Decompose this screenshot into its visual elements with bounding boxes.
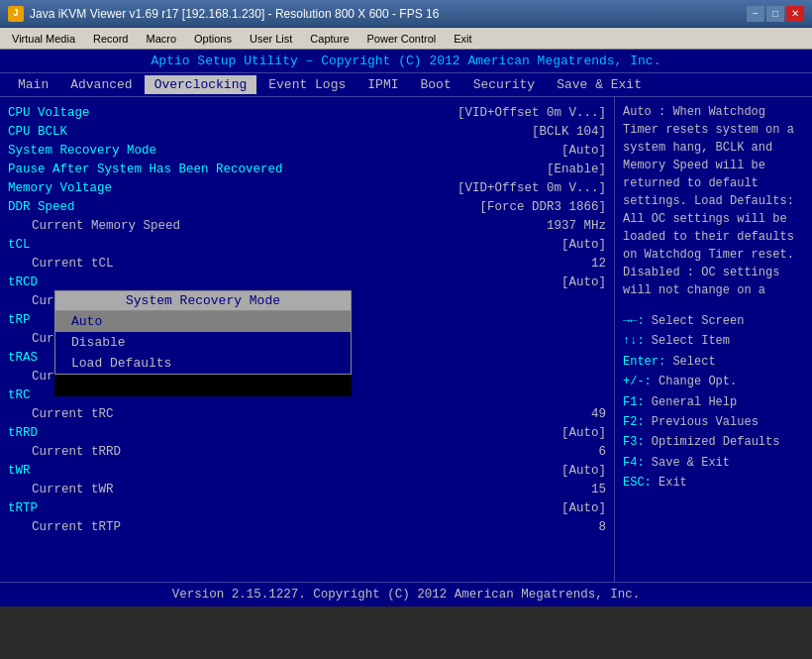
bios-label-1: CPU BCLK — [8, 125, 67, 139]
bios-value-16: 49 — [591, 407, 606, 421]
menu-item-power-control[interactable]: Power Control — [359, 31, 445, 47]
bios-label-5: DDR Speed — [8, 200, 75, 214]
bios-nav: MainAdvancedOverclockingEvent LogsIPMIBo… — [0, 72, 812, 96]
menu-item-capture[interactable]: Capture — [302, 31, 356, 47]
title-bar: J Java iKVM Viewer v1.69 r17 [192.168.1.… — [0, 0, 812, 28]
shortcut-0: →←: Select Screen — [623, 311, 804, 331]
bios-tab-main[interactable]: Main — [8, 75, 58, 94]
bios-label-9: tRCD — [8, 275, 38, 289]
bios-value-2: [Auto] — [561, 144, 606, 158]
bios-value-9: [Auto] — [561, 275, 606, 289]
bios-value-20: 15 — [591, 483, 606, 496]
bios-row-22: Current tRTP8 — [8, 517, 606, 536]
menu-item-record[interactable]: Record — [85, 31, 136, 47]
shortcut-5: F2: Previous Values — [623, 412, 804, 432]
shortcut-3: +/-: Change Opt. — [623, 372, 804, 391]
bios-row-7: tCL[Auto] — [8, 235, 606, 254]
shortcut-8: ESC: Exit — [623, 473, 804, 493]
bios-main: CPU Voltage[VID+Offset 0m V...]CPU BCLK[… — [0, 96, 812, 582]
dropdown-overlay: System Recovery ModeAutoDisableLoad Defa… — [54, 290, 352, 396]
dropdown-item-disable[interactable]: Disable — [55, 332, 351, 353]
close-button[interactable]: ✕ — [786, 6, 804, 22]
bios-value-8: 12 — [591, 257, 606, 271]
bios-row-18: Current tRRD6 — [8, 442, 606, 461]
bios-label-13: tRAS — [8, 351, 38, 365]
bios-tab-boot[interactable]: Boot — [411, 75, 461, 94]
bios-label-3: Pause After System Has Been Recovered — [8, 163, 283, 176]
bios-label-6: Current Memory Speed — [8, 219, 180, 233]
bios-tab-event-logs[interactable]: Event Logs — [258, 75, 355, 94]
shortcut-4: F1: General Help — [623, 392, 804, 412]
bios-value-4: [VID+Offset 0m V...] — [457, 181, 606, 195]
bios-tab-ipmi[interactable]: IPMI — [357, 75, 408, 94]
bios-label-21: tRTP — [8, 501, 38, 515]
bios-row-1: CPU BCLK[BCLK 104] — [8, 122, 606, 141]
bios-value-18: 6 — [598, 445, 606, 459]
menu-item-options[interactable]: Options — [186, 31, 240, 47]
bios-row-6: Current Memory Speed1937 MHz — [8, 216, 606, 235]
help-text: Auto : When Watchdog Timer resets system… — [623, 103, 804, 299]
bios-label-19: tWR — [8, 464, 31, 478]
bios-label-16: Current tRC — [8, 407, 114, 421]
shortcut-7: F4: Save & Exit — [623, 453, 804, 473]
maximize-button[interactable]: □ — [766, 6, 784, 22]
dropdown-title: System Recovery Mode — [54, 290, 352, 311]
bios-label-18: Current tRRD — [8, 445, 121, 459]
dropdown-item-load-defaults[interactable]: Load Defaults — [55, 353, 351, 374]
minimize-button[interactable]: − — [747, 6, 764, 22]
bios-label-17: tRRD — [8, 426, 38, 440]
bios-tab-overclocking[interactable]: Overclocking — [145, 75, 257, 94]
bios-row-16: Current tRC49 — [8, 404, 606, 423]
bios-row-2: System Recovery Mode[Auto] — [8, 141, 606, 160]
menu-item-macro[interactable]: Macro — [138, 31, 184, 47]
bios-row-4: Memory Voltage[VID+Offset 0m V...] — [8, 178, 606, 197]
bios-tab-advanced[interactable]: Advanced — [60, 75, 142, 94]
bios-row-19: tWR[Auto] — [8, 461, 606, 480]
bios-header-title: Aptio Setup Utility – Copyright (C) 2012… — [152, 54, 661, 68]
bios-value-1: [BCLK 104] — [532, 125, 606, 139]
bios-value-7: [Auto] — [561, 238, 606, 252]
bios-row-0: CPU Voltage[VID+Offset 0m V...] — [8, 103, 606, 122]
menu-item-exit[interactable]: Exit — [446, 31, 479, 47]
bios-label-22: Current tRTP — [8, 520, 121, 534]
title-text: Java iKVM Viewer v1.69 r17 [192.168.1.23… — [30, 7, 439, 21]
title-bar-left: J Java iKVM Viewer v1.69 r17 [192.168.1.… — [8, 6, 439, 22]
dropdown-item-auto[interactable]: Auto — [55, 311, 351, 332]
bios-value-0: [VID+Offset 0m V...] — [457, 106, 606, 120]
bios-row-8: Current tCL12 — [8, 254, 606, 273]
bios-value-6: 1937 MHz — [547, 219, 606, 233]
bios-value-22: 8 — [598, 520, 606, 534]
status-bar: Version 2.15.1227. Copyright (C) 2012 Am… — [0, 582, 812, 606]
shortcut-6: F3: Optimized Defaults — [623, 432, 804, 452]
bios-label-4: Memory Voltage — [8, 181, 112, 195]
bios-label-15: tRC — [8, 388, 31, 402]
bios-row-9: tRCD[Auto] — [8, 273, 606, 291]
bios-tab-security[interactable]: Security — [463, 75, 545, 94]
bios-label-2: System Recovery Mode — [8, 144, 156, 158]
left-panel: CPU Voltage[VID+Offset 0m V...]CPU BCLK[… — [0, 97, 614, 582]
window-controls: − □ ✕ — [747, 6, 804, 22]
shortcut-2: Enter: Select — [623, 352, 804, 372]
bios-label-20: Current tWR — [8, 483, 114, 496]
bios-value-21: [Auto] — [561, 501, 606, 515]
menu-item-virtual-media[interactable]: Virtual Media — [4, 31, 83, 47]
bios-row-21: tRTP[Auto] — [8, 498, 606, 517]
bios-tab-save-and-exit[interactable]: Save & Exit — [547, 75, 652, 94]
bios-header: Aptio Setup Utility – Copyright (C) 2012… — [0, 50, 812, 72]
app-icon: J — [8, 6, 24, 22]
bios-value-3: [Enable] — [547, 163, 606, 176]
right-panel: Auto : When Watchdog Timer resets system… — [614, 97, 812, 582]
bios-label-11: tRP — [8, 313, 31, 327]
shortcuts: →←: Select Screen↑↓: Select ItemEnter: S… — [623, 311, 804, 494]
shortcut-1: ↑↓: Select Item — [623, 331, 804, 351]
bios-row-3: Pause After System Has Been Recovered[En… — [8, 160, 606, 178]
bios-value-17: [Auto] — [561, 426, 606, 440]
bios-row-17: tRRD[Auto] — [8, 423, 606, 442]
bios-label-0: CPU Voltage — [8, 106, 90, 120]
bios-value-5: [Force DDR3 1866] — [479, 200, 606, 214]
bios-label-7: tCL — [8, 238, 31, 252]
bios-value-19: [Auto] — [561, 464, 606, 478]
menu-bar: Virtual MediaRecordMacroOptionsUser List… — [0, 28, 812, 50]
menu-item-user-list[interactable]: User List — [242, 31, 300, 47]
bios-label-8: Current tCL — [8, 257, 114, 271]
